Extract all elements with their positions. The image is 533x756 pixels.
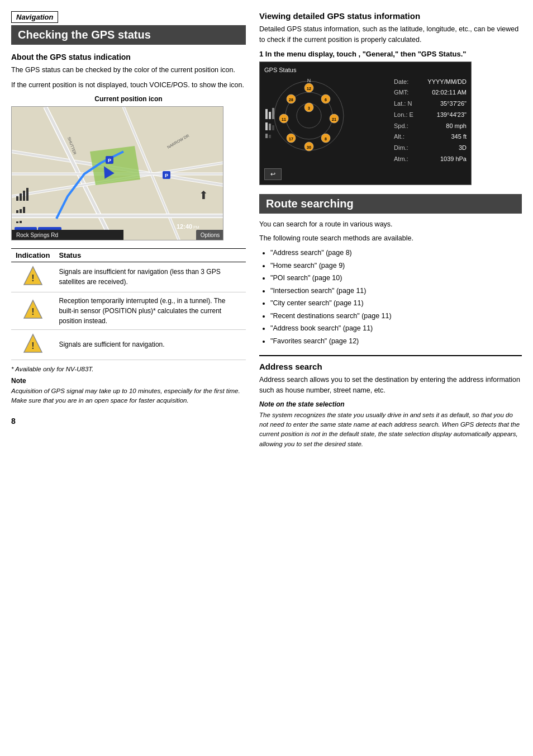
gps-gmt-label: GMT:: [394, 87, 408, 98]
nav-label: Navigation: [11, 11, 58, 23]
gps-dim-label: Dim.:: [394, 143, 408, 154]
gps-atm-label: Atm.:: [394, 154, 408, 165]
warning-icon-2: !: [23, 299, 43, 319]
svg-rect-19: [16, 196, 18, 201]
status-text-3: Signals are sufficient for navigation.: [54, 329, 246, 360]
icon-cell-3: !: [11, 329, 54, 360]
list-item: "Address search" (page 8): [270, 247, 522, 259]
table-header-status: Status: [54, 248, 246, 262]
svg-rect-22: [26, 188, 28, 201]
table-row: ! Reception temporarily interrupted (e.g…: [11, 292, 246, 329]
svg-text:6: 6: [325, 98, 327, 102]
about-gps-para2: If the current position is not displayed…: [11, 80, 246, 91]
svg-text:Options: Options: [201, 232, 220, 238]
svg-text:3: 3: [308, 106, 310, 110]
list-item: "Recent destinations search" (page 11): [270, 310, 522, 323]
svg-text:!: !: [31, 273, 34, 283]
note-section: Note Acquisition of GPS signal may take …: [11, 377, 246, 406]
svg-rect-26: [16, 221, 18, 223]
svg-rect-25: [23, 207, 25, 213]
table-row: ! Signals are insufficient for navigatio…: [11, 262, 246, 292]
footnote: * Available only for NV-U83T.: [11, 366, 246, 372]
icon-cell-2: !: [11, 292, 54, 329]
svg-text:P: P: [108, 158, 111, 163]
gps-date-val: YYYY/MM/DD: [427, 77, 467, 88]
svg-rect-72: [265, 122, 268, 130]
current-position-label: Current position icon: [11, 95, 246, 103]
route-body2: The following route search methods are a…: [259, 233, 522, 244]
gps-lon-label: Lon.: E: [394, 110, 413, 121]
about-gps-section: About the GPS status indication The GPS …: [11, 53, 246, 91]
svg-text:PM: PM: [193, 225, 199, 229]
note-label: Note: [11, 377, 246, 385]
svg-text:P: P: [165, 173, 168, 178]
gps-satellite-area: N 12 6 21 8 30 17: [264, 77, 389, 165]
gps-dim-val: 3D: [459, 143, 467, 154]
gps-back-button[interactable]: ↩: [264, 168, 282, 180]
gps-data-area: Date: YYYY/MM/DD GMT: 02:02:11 AM Lat.: …: [394, 77, 467, 165]
page-title: Checking the GPS status: [11, 25, 246, 45]
note-state-label: Note on the state selection: [259, 400, 522, 408]
gps-lat-label: Lat.: N: [394, 98, 412, 110]
gps-alt-label: Alt.:: [394, 131, 404, 143]
gps-alt-val: 345 ft: [451, 131, 467, 143]
svg-text:N: N: [307, 78, 311, 83]
note-state-text: The system recognizes the state you usua…: [259, 410, 522, 449]
gps-lon-val: 139°44'23": [437, 110, 467, 121]
svg-rect-20: [20, 193, 22, 201]
list-item: "City center search" (page 11): [270, 297, 522, 310]
svg-rect-70: [269, 112, 271, 119]
svg-text:12: 12: [307, 87, 311, 91]
section-divider: [259, 355, 522, 356]
svg-text:30: 30: [307, 145, 311, 149]
gps-gmt-val: 02:02:11 AM: [432, 87, 467, 98]
svg-rect-27: [20, 221, 22, 223]
gps-date-label: Date:: [394, 77, 408, 88]
svg-rect-76: [269, 135, 271, 138]
table-row: ! Signals are sufficient for navigation.: [11, 329, 246, 360]
route-list: "Address search" (page 8) "Home search" …: [259, 247, 522, 347]
list-item: "Favorites search" (page 12): [270, 335, 522, 348]
status-table: Indication Status ! Signals are insuffic…: [11, 248, 246, 360]
warning-icon-3: !: [23, 333, 43, 353]
map-image: P P NE 20 mph: [11, 106, 223, 240]
svg-text:17: 17: [289, 137, 293, 141]
table-header-indication: Indication: [11, 248, 54, 262]
svg-text:11: 11: [282, 117, 286, 121]
list-item: "Address book search" (page 11): [270, 322, 522, 335]
svg-text:⬆: ⬆: [199, 189, 208, 201]
note-text: Acquisition of GPS signal may take up to…: [11, 386, 246, 406]
icon-cell-1: !: [11, 262, 54, 292]
route-body1: You can search for a route in various wa…: [259, 219, 522, 230]
svg-text:12:40: 12:40: [177, 223, 192, 230]
svg-rect-21: [23, 191, 25, 201]
svg-rect-73: [269, 124, 271, 130]
about-gps-para1: The GPS status can be checked by the col…: [11, 65, 246, 75]
svg-rect-71: [272, 108, 274, 119]
svg-rect-74: [272, 125, 274, 130]
viewing-title: Viewing detailed GPS status information: [259, 11, 522, 21]
about-gps-title: About the GPS status indication: [11, 53, 246, 62]
gps-spd-val: 80 mph: [446, 121, 467, 132]
gps-spd-label: Spd.:: [394, 121, 408, 132]
list-item: "Intersection search" (page 11): [270, 285, 522, 297]
svg-text:!: !: [31, 341, 34, 351]
address-search-body: Address search allows you to set the des…: [259, 375, 522, 396]
svg-rect-69: [265, 109, 268, 119]
svg-text:!: !: [31, 307, 34, 316]
status-text-1: Signals are insufficient for navigation …: [54, 262, 246, 292]
gps-status-header: GPS Status: [264, 67, 467, 73]
svg-rect-24: [20, 209, 22, 213]
svg-text:21: 21: [332, 117, 336, 121]
svg-text:28: 28: [289, 98, 293, 102]
list-item: "POI search" (page 10): [270, 272, 522, 285]
address-search-title: Address search: [259, 362, 522, 371]
svg-rect-75: [265, 134, 268, 138]
list-item: "Home search" (page 9): [270, 259, 522, 272]
warning-icon-1: !: [23, 266, 43, 286]
svg-text:8: 8: [325, 137, 327, 141]
status-text-2: Reception temporarily interrupted (e.g.,…: [54, 292, 246, 329]
gps-lat-val: 35°37'26": [440, 98, 467, 110]
gps-status-box: GPS Status N 12 6: [259, 62, 472, 185]
viewing-body: Detailed GPS status information, such as…: [259, 24, 522, 45]
